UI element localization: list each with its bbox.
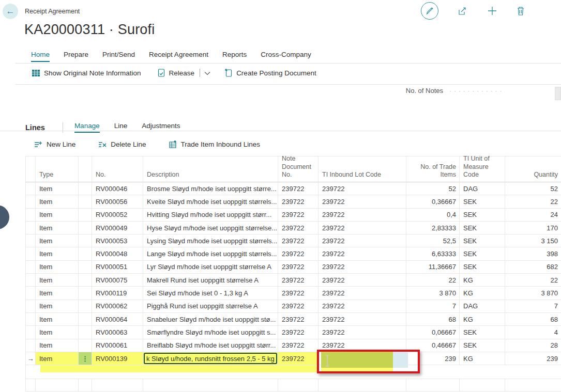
col-header-no[interactable]: No. [92,156,143,182]
col-header-select[interactable] [26,156,36,182]
cell-description[interactable]: Kveite Sløyd m/hode iset uoppgitt større… [143,195,278,208]
new-line-button[interactable]: New Line [34,140,75,148]
cell-lot-code[interactable]: 239722 [319,234,406,247]
cell-trade-items[interactable]: 11,36667 [406,261,460,274]
cell-note-doc-no[interactable]: 239722 [278,234,319,247]
row-selector[interactable] [26,261,36,274]
cell-no[interactable]: RV000051 [92,261,143,274]
cell-menu[interactable] [79,182,92,195]
cell-menu[interactable] [79,195,92,208]
cell-menu[interactable] [79,261,92,274]
cell-trade-items[interactable]: 52,5 [406,234,460,247]
cell-no[interactable]: RV000053 [92,234,143,247]
cell-lot-code[interactable]: 239722 [319,300,406,313]
release-button[interactable]: Release [158,69,195,77]
cell-unit-code[interactable]: SEK [460,234,505,247]
row-selector[interactable] [26,287,36,300]
cell-description[interactable]: Lange Sløyd m/hode iset uoppgitt størrel… [143,247,278,260]
cell-type[interactable]: Item [36,261,79,274]
cell-unit-code[interactable]: SEK [460,209,505,222]
cell-trade-items[interactable]: 7 [406,300,460,313]
cell-unit-code[interactable]: DAG [460,182,505,195]
cell-no[interactable]: RV000064 [92,313,143,326]
cell-type[interactable]: Item [36,247,79,260]
cell-quantity[interactable]: 22 [505,195,561,208]
cell-menu[interactable] [79,274,92,287]
cell-quantity[interactable]: 3 870 [505,287,561,300]
cell-quantity[interactable]: 239 [505,352,561,365]
side-panel-handle[interactable] [0,205,9,229]
cell-unit-code[interactable]: SEK [460,247,505,260]
trade-item-inbound-lines-button[interactable]: Trade Item Inbound Lines [169,140,260,148]
cell-menu[interactable] [79,234,92,247]
create-posting-document-button[interactable]: Create Posting Document [225,69,316,77]
row-selector[interactable] [26,234,36,247]
cell-menu[interactable] [79,247,92,260]
cell-lot-code[interactable]: 239722 [319,247,406,260]
cell-menu[interactable] [79,326,92,339]
cell-lot-code[interactable]: 239722 [319,261,406,274]
cell-unit-code[interactable]: SEK [460,222,505,234]
cell-description[interactable]: Brosme Sløyd m/hode iset uoppgitt større… [143,182,278,195]
tab-cross-company[interactable]: Cross-Company [261,51,311,62]
row-selector[interactable] [26,222,36,234]
row-selector[interactable] [26,247,36,260]
cell-type[interactable]: Item [36,300,79,313]
back-button[interactable]: ← [3,4,18,19]
cell-menu[interactable] [79,339,92,352]
cell-trade-items[interactable]: 68 [406,313,460,326]
cell-trade-items[interactable]: 0,36667 [406,195,460,208]
cell-note-doc-no[interactable]: 239722 [278,261,319,274]
delete-trash-icon[interactable] [517,6,525,15]
cell-no[interactable]: RV000052 [92,209,143,222]
add-plus-icon[interactable] [488,6,497,15]
cell-no[interactable]: RV000049 [92,222,143,234]
cell-unit-code[interactable]: SEK [460,195,505,208]
cell-note-doc-no[interactable]: 239722 [278,339,319,352]
cell-no[interactable]: RV000119 [92,287,143,300]
row-selector[interactable] [26,313,36,326]
cell-note-doc-no[interactable]: 239722 [278,352,319,365]
cell-unit-code[interactable]: KG [460,352,505,365]
cell-type[interactable]: Item [36,222,79,234]
cell-lot-code[interactable]: 239722 [319,209,406,222]
tab-home[interactable]: Home [31,51,50,62]
cell-note-doc-no[interactable]: 239722 [278,209,319,222]
cell-menu[interactable] [79,313,92,326]
row-selector[interactable] [26,195,36,208]
cell-lot-code[interactable]: 239722 [319,182,406,195]
cell-type[interactable]: Item [36,287,79,300]
cell-quantity[interactable]: 170 [505,222,561,234]
row-context-menu-icon[interactable]: ⋮ [79,352,92,365]
cell-type[interactable]: Item [36,313,79,326]
cell-lot-code[interactable]: 239722 [319,287,406,300]
cell-description[interactable]: Sei Sløyd m/hode iset 0 - 1,3 kg A [143,287,278,300]
cell-note-doc-no[interactable]: 239722 [278,222,319,234]
cell-description[interactable]: Lyr Sløyd m/hode iset uoppgitt størrelse… [143,261,278,274]
tab-receipt-agreement[interactable]: Receipt Agreement [149,51,208,62]
cell-description[interactable]: Pigghå Rund iset uoppgitt størrelse A [143,300,278,313]
row-selector[interactable] [26,274,36,287]
cell-quantity[interactable]: 22 [505,274,561,287]
col-header-type[interactable]: Type [36,156,79,182]
share-icon[interactable] [458,7,468,15]
cell-description[interactable]: Snabeluer Sløyd m/hode iset uoppgitt stø… [143,313,278,326]
cell-unit-code[interactable]: KG [460,313,505,326]
cell-unit-code[interactable]: SEK [460,339,505,352]
cell-description[interactable]: Smørflyndre Sløyd m/hode iset uoppgitt s… [143,326,278,339]
cell-unit-code[interactable]: SEK [460,261,505,274]
cell-description[interactable]: Makrell Rund iset uoppgitt størrelse A [143,274,278,287]
cell-lot-code[interactable]: 239722 [319,222,406,234]
cell-type[interactable]: Item [36,352,79,365]
vertical-scrollbar-thumb[interactable] [555,87,561,100]
cell-quantity[interactable]: 28 [505,339,561,352]
cell-unit-code[interactable]: SEK [460,326,505,339]
delete-line-button[interactable]: Delete Line [98,140,146,148]
release-dropdown-chevron[interactable] [204,69,210,77]
cell-menu[interactable] [79,209,92,222]
cell-note-doc-no[interactable]: 239722 [278,195,319,208]
cell-quantity[interactable]: 3 150 [505,234,561,247]
show-original-note-button[interactable]: Show Original Note Information [32,69,141,77]
cell-type[interactable]: Item [36,209,79,222]
description-edit-input[interactable]: k Sløyd u/hode, rundsnitt frossen 2,5 - … [144,353,277,364]
